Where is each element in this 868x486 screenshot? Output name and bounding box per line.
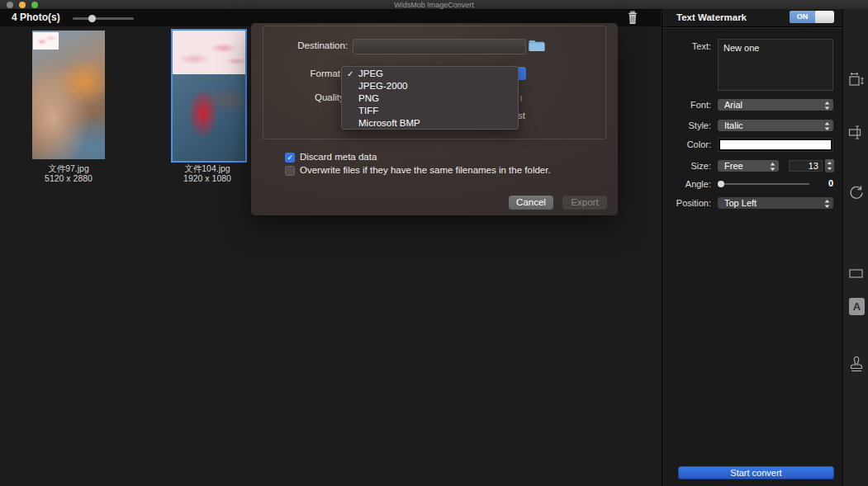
menu-item-jpeg[interactable]: ✓ JPEG: [342, 68, 518, 80]
overwrite-files-checkbox[interactable]: [285, 166, 295, 176]
color-swatch: [720, 140, 831, 149]
text-watermark-tool-button-active[interactable]: A: [849, 298, 865, 315]
color-well[interactable]: [718, 138, 833, 152]
trash-icon: [624, 10, 643, 26]
resize-icon: [847, 71, 866, 89]
watermark-text-input[interactable]: New one: [718, 39, 833, 91]
discard-metadata-label: Discard meta data: [300, 152, 377, 162]
toggle-knob[interactable]: [815, 11, 834, 23]
flip-icon: [847, 123, 866, 141]
rotate-icon: [847, 183, 866, 201]
style-dropdown[interactable]: Italic: [718, 120, 833, 131]
tool-strip: A: [842, 9, 868, 486]
destination-label: Destination:: [258, 40, 348, 50]
style-label: Style:: [662, 120, 711, 130]
photo-content: [173, 74, 245, 161]
export-button[interactable]: Export: [562, 196, 607, 210]
photo-thumbnail[interactable]: [32, 31, 105, 159]
photo-filename: 文件97.jpg: [11, 163, 126, 173]
stepper-arrows-icon: [824, 121, 830, 133]
size-stepper[interactable]: [825, 159, 834, 172]
menu-item-label: TIFF: [358, 106, 378, 116]
size-label: Size:: [662, 161, 711, 171]
discard-metadata-checkbox[interactable]: ✓: [285, 153, 295, 163]
menu-item-tiff[interactable]: TIFF: [342, 105, 518, 117]
angle-slider[interactable]: [719, 183, 809, 185]
stepper-arrows-icon: [824, 199, 830, 210]
photo-count-label: 4 Photo(s): [12, 12, 60, 23]
stamp-icon: [847, 356, 866, 374]
menu-item-label: PNG: [358, 93, 379, 103]
overwrite-files-label: Overwrite files if they have the same fi…: [300, 165, 551, 175]
resize-tool-button[interactable]: [847, 71, 866, 89]
color-label: Color:: [662, 139, 711, 149]
convert-width-tool-button[interactable]: [847, 123, 866, 141]
trash-button[interactable]: [624, 10, 643, 26]
quality-best-label-fragment: st: [518, 111, 525, 120]
font-value: Arial: [724, 100, 742, 110]
watermark-preview: [33, 32, 59, 50]
thumbnail-size-slider[interactable]: [73, 17, 134, 20]
photo-thumbnail-selected[interactable]: [171, 29, 247, 163]
sidebar-divider: [662, 26, 843, 27]
format-menu: ✓ JPEG JPEG-2000 PNG TIFF Microsoft BMP: [341, 66, 519, 130]
size-mode-value: Free: [724, 161, 743, 171]
position-value: Top Left: [724, 198, 757, 208]
watermark-preview: [173, 31, 245, 74]
image-watermark-tool-button[interactable]: [847, 356, 866, 374]
cancel-button[interactable]: Cancel: [509, 196, 553, 210]
folder-icon: [528, 39, 546, 53]
start-convert-button[interactable]: Start convert: [678, 466, 834, 479]
menu-item-jpeg2000[interactable]: JPEG-2000: [342, 80, 518, 92]
size-mode-dropdown[interactable]: Free: [718, 160, 779, 172]
format-label: Format: [258, 68, 340, 78]
photo-filename: 文件104.jpg: [149, 163, 265, 173]
rotate-tool-button[interactable]: [847, 183, 866, 201]
menu-item-bmp[interactable]: Microsoft BMP: [342, 117, 518, 130]
destination-input[interactable]: [353, 39, 526, 54]
watermark-sidebar: Text Watermark ON Text: New one Font: Ar…: [662, 9, 843, 486]
slider-knob[interactable]: [88, 15, 96, 22]
photo-dimensions: 1920 x 1080: [149, 173, 265, 183]
photo-dimensions: 5120 x 2880: [11, 173, 126, 183]
menu-item-png[interactable]: PNG: [342, 92, 518, 105]
angle-value: 0: [808, 178, 833, 188]
font-dropdown[interactable]: Arial: [718, 99, 833, 111]
stepper-arrows-icon: [824, 101, 830, 112]
choose-folder-button[interactable]: [528, 39, 546, 53]
size-value-field[interactable]: 13: [789, 160, 823, 172]
border-icon: [847, 265, 866, 283]
style-value: Italic: [724, 120, 743, 130]
sidebar-title: Text Watermark: [676, 12, 747, 22]
border-tool-button[interactable]: [847, 265, 866, 283]
watermark-toggle[interactable]: ON: [790, 11, 834, 23]
toggle-on-label: ON: [790, 11, 815, 23]
menu-item-label: JPEG-2000: [358, 81, 407, 91]
checkmark-icon: ✓: [287, 153, 293, 162]
app-window: WidsMob ImageConvert 4 Photo(s) 文件97.jpg…: [0, 0, 868, 486]
text-label: Text:: [662, 41, 711, 51]
quality-slider-tick: [520, 96, 522, 101]
position-label: Position:: [662, 198, 711, 208]
position-dropdown[interactable]: Top Left: [718, 197, 833, 209]
text-tool-icon: A: [853, 300, 861, 313]
menu-item-label: JPEG: [358, 68, 383, 78]
checkmark-icon: ✓: [347, 68, 353, 80]
stepper-arrows-icon: [825, 159, 834, 172]
stepper-arrows-icon: [770, 162, 776, 173]
angle-label: Angle:: [662, 179, 711, 189]
format-popup-button[interactable]: [518, 67, 526, 80]
menu-item-label: Microsoft BMP: [358, 118, 420, 128]
quality-label: Quality:: [258, 92, 347, 102]
slider-knob[interactable]: [718, 181, 724, 187]
font-label: Font:: [662, 100, 711, 110]
